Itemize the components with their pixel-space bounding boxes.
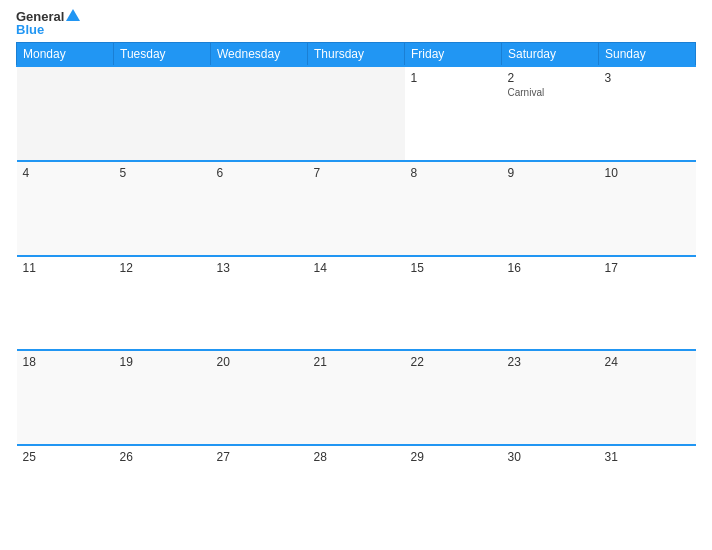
calendar-cell: 3 [599,66,696,161]
day-number: 22 [411,355,424,369]
calendar-cell: 17 [599,256,696,351]
day-number: 30 [508,450,521,464]
day-header-monday: Monday [17,43,114,67]
calendar-cell: 18 [17,350,114,445]
day-number: 1 [411,71,418,85]
calendar-cell: 12 [114,256,211,351]
calendar-cell: 5 [114,161,211,256]
day-header-thursday: Thursday [308,43,405,67]
day-number: 21 [314,355,327,369]
calendar-cell: 24 [599,350,696,445]
day-number: 2 [508,71,515,85]
calendar-cell: 13 [211,256,308,351]
header: General Blue [16,10,696,36]
day-number: 29 [411,450,424,464]
logo-blue-text: Blue [16,23,44,36]
week-row-4: 18192021222324 [17,350,696,445]
calendar-cell [308,66,405,161]
day-number: 27 [217,450,230,464]
day-number: 10 [605,166,618,180]
day-number: 15 [411,261,424,275]
calendar-cell: 2Carnival [502,66,599,161]
days-header-row: MondayTuesdayWednesdayThursdayFridaySatu… [17,43,696,67]
day-header-saturday: Saturday [502,43,599,67]
week-row-2: 45678910 [17,161,696,256]
calendar-cell: 31 [599,445,696,540]
day-header-tuesday: Tuesday [114,43,211,67]
day-number: 23 [508,355,521,369]
calendar-cell: 30 [502,445,599,540]
calendar-cell: 21 [308,350,405,445]
week-row-5: 25262728293031 [17,445,696,540]
day-number: 18 [23,355,36,369]
calendar-cell: 27 [211,445,308,540]
day-number: 20 [217,355,230,369]
logo: General Blue [16,10,80,36]
day-number: 17 [605,261,618,275]
day-number: 6 [217,166,224,180]
calendar-cell: 16 [502,256,599,351]
day-number: 28 [314,450,327,464]
day-number: 3 [605,71,612,85]
calendar-cell: 11 [17,256,114,351]
calendar-cell: 10 [599,161,696,256]
calendar-cell: 8 [405,161,502,256]
day-number: 16 [508,261,521,275]
day-number: 9 [508,166,515,180]
day-number: 26 [120,450,133,464]
calendar-cell [114,66,211,161]
calendar-cell: 25 [17,445,114,540]
day-header-wednesday: Wednesday [211,43,308,67]
week-row-1: 12Carnival3 [17,66,696,161]
calendar-cell [17,66,114,161]
day-number: 8 [411,166,418,180]
day-number: 12 [120,261,133,275]
day-number: 4 [23,166,30,180]
calendar-cell: 1 [405,66,502,161]
calendar-table: MondayTuesdayWednesdayThursdayFridaySatu… [16,42,696,540]
day-number: 25 [23,450,36,464]
calendar-cell: 19 [114,350,211,445]
calendar-cell: 9 [502,161,599,256]
day-number: 19 [120,355,133,369]
calendar-page: General Blue MondayTuesdayWednesdayThurs… [0,0,712,550]
calendar-cell: 23 [502,350,599,445]
day-number: 11 [23,261,36,275]
event-label: Carnival [508,87,593,98]
day-header-sunday: Sunday [599,43,696,67]
calendar-cell: 15 [405,256,502,351]
day-number: 14 [314,261,327,275]
day-number: 13 [217,261,230,275]
day-number: 31 [605,450,618,464]
logo-triangle-icon [66,9,80,21]
week-row-3: 11121314151617 [17,256,696,351]
day-number: 24 [605,355,618,369]
day-header-friday: Friday [405,43,502,67]
calendar-cell: 20 [211,350,308,445]
calendar-cell: 22 [405,350,502,445]
calendar-cell: 4 [17,161,114,256]
calendar-cell: 14 [308,256,405,351]
day-number: 7 [314,166,321,180]
calendar-cell: 28 [308,445,405,540]
calendar-cell: 26 [114,445,211,540]
day-number: 5 [120,166,127,180]
calendar-cell: 29 [405,445,502,540]
calendar-cell: 6 [211,161,308,256]
calendar-cell: 7 [308,161,405,256]
calendar-cell [211,66,308,161]
